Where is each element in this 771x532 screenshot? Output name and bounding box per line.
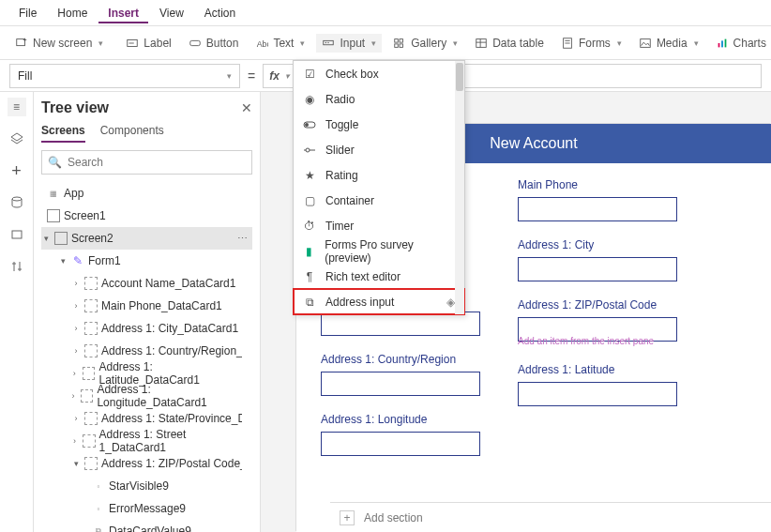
dropdown-item-address-input[interactable]: ⧉Address input◈ (294, 289, 464, 314)
add-section-bar[interactable]: + Add section (330, 502, 771, 532)
tree-item-datacard[interactable]: ›Address 1: Longitude_DataCard1 (41, 385, 252, 407)
input-icon (322, 37, 335, 50)
tree-item-datacard[interactable]: ›Address 1: State/Province_DataCard1 (41, 407, 252, 430)
dropdown-item-slider[interactable]: Slider (294, 137, 464, 162)
menu-home[interactable]: Home (48, 3, 97, 23)
charts-button[interactable]: Charts▾ (710, 34, 771, 53)
dropdown-item-rating[interactable]: ★Rating (294, 162, 464, 188)
text-input[interactable] (321, 372, 480, 396)
address-icon: ⧉ (303, 296, 316, 309)
tree-item-datacard[interactable]: ›Address 1: Country/Region_DataCard1 (41, 340, 252, 362)
tree-item-label: DataCardValue9 (109, 524, 191, 532)
dropdown-item-container[interactable]: ▢Container (294, 188, 464, 213)
field-label: Address 1: Longitude (321, 413, 480, 426)
text-button[interactable]: Abc Text▾ (249, 34, 310, 53)
dropdown-item-rich-text[interactable]: ¶Rich text editor (294, 264, 464, 289)
forms-button[interactable]: Forms▾ (555, 34, 627, 53)
svg-rect-5 (189, 40, 200, 45)
chevron-down-icon: ▾ (71, 459, 81, 468)
data-table-button[interactable]: Data table (469, 34, 550, 53)
new-screen-button[interactable]: New screen▾ (9, 34, 109, 53)
button-icon (189, 37, 202, 50)
add-section-label: Add section (364, 511, 423, 524)
button-button[interactable]: Button (183, 34, 245, 53)
chevron-right-icon: › (71, 279, 81, 288)
dropdown-item-timer[interactable]: ⏱Timer (294, 213, 464, 238)
rail-tools-icon[interactable] (8, 257, 26, 276)
rail-insert-icon[interactable]: + (8, 161, 26, 180)
rail-data-icon[interactable] (8, 193, 26, 212)
tree-item-datacard[interactable]: ›Account Name_DataCard1 (41, 272, 252, 295)
dropdown-item-label: Container (325, 194, 374, 207)
tree-item-control[interactable]: ▫ErrorMessage9 (41, 497, 252, 520)
tree-item-datacard[interactable]: ›Address 1: Street 1_DataCard1 (41, 430, 252, 452)
data-table-label: Data table (492, 37, 544, 50)
property-select[interactable]: Fill ▾ (9, 64, 240, 88)
menu-action[interactable]: Action (195, 3, 245, 23)
text-input[interactable] (518, 382, 677, 406)
dropdown-item-label: Toggle (325, 118, 358, 131)
label-button[interactable]: Label (120, 34, 176, 53)
tree-app-root[interactable]: ▦ App (41, 182, 252, 205)
insert-hint[interactable]: Add an item from the insert pane (518, 336, 677, 346)
dropdown-item-checkbox[interactable]: ☑Check box (294, 61, 464, 86)
radio-icon: ◉ (303, 93, 316, 106)
menu-file[interactable]: File (9, 3, 46, 23)
rail-media-icon[interactable] (8, 225, 26, 244)
dropdown-item-toggle[interactable]: Toggle (294, 112, 464, 137)
svg-marker-26 (11, 133, 23, 141)
input-button[interactable]: Input▾ (316, 34, 382, 53)
toggle-icon (303, 118, 316, 131)
tree-item-form1[interactable]: ▾ ✎ Form1 (41, 250, 252, 272)
rail-layers-icon[interactable] (8, 129, 26, 148)
input-label: Input (340, 37, 365, 50)
rich-text-icon: ¶ (303, 270, 316, 283)
text-input[interactable] (518, 257, 677, 281)
tree-item-datacard[interactable]: ▾Address 1: ZIP/Postal Code_DataCard1 (41, 452, 252, 475)
tree-item-screen2[interactable]: ▾ Screen2 ⋯ (41, 227, 252, 250)
dropdown-item-label: Check box (325, 68, 379, 81)
chevron-down-icon: ▾ (41, 234, 51, 243)
gallery-icon (393, 37, 406, 50)
container-icon: ▢ (303, 194, 316, 207)
scrollbar[interactable] (455, 61, 464, 314)
more-icon[interactable]: ⋯ (237, 233, 249, 245)
text-input[interactable] (321, 432, 480, 456)
svg-rect-22 (721, 40, 723, 47)
tree-item-label: StarVisible9 (109, 479, 169, 493)
forms-icon (561, 37, 574, 50)
field-label: Address 1: ZIP/Postal Code (518, 298, 677, 312)
text-input[interactable] (518, 197, 677, 221)
new-screen-label: New screen (33, 37, 92, 50)
star-icon: ★ (303, 169, 316, 182)
dropdown-item-radio[interactable]: ◉Radio (294, 86, 464, 112)
tree-item-datacard[interactable]: ›Main Phone_DataCard1 (41, 295, 252, 317)
rail-tree-view-icon[interactable]: ≡ (8, 98, 26, 116)
tree-item-label: Account Name_DataCard1 (101, 277, 235, 290)
close-icon[interactable]: ✕ (241, 100, 252, 115)
dropdown-item-label: Address input (325, 296, 394, 309)
dropdown-item-forms-pro[interactable]: ▮Forms Pro survey (preview) (294, 238, 464, 264)
search-input[interactable] (68, 156, 246, 169)
media-button[interactable]: Media▾ (633, 34, 704, 53)
tree-item-label: Form1 (88, 254, 121, 267)
gallery-button[interactable]: Gallery▾ (387, 34, 463, 53)
tree-item-screen1[interactable]: Screen1 (41, 205, 252, 227)
tree-item-datacard[interactable]: ›Address 1: Latitude_DataCard1 (41, 362, 252, 385)
tree-item-control[interactable]: ▫StarVisible9 (41, 475, 252, 497)
scrollbar-thumb[interactable] (456, 63, 463, 91)
property-name: Fill (18, 69, 32, 83)
form-field: Address 1: Latitude (518, 363, 677, 406)
field-label: Address 1: Latitude (518, 363, 677, 376)
tree-item-control[interactable]: ⧉DataCardValue9 (41, 520, 252, 532)
tab-components[interactable]: Components (100, 124, 164, 143)
search-icon: 🔍 (48, 156, 62, 169)
form-field: Address 1: Country/Region (321, 353, 480, 396)
menu-view[interactable]: View (150, 3, 193, 23)
chevron-down-icon: ▾ (227, 71, 232, 81)
tab-screens[interactable]: Screens (41, 124, 85, 143)
tree-item-datacard[interactable]: ›Address 1: City_DataCard1 (41, 317, 252, 340)
tree-search[interactable]: 🔍 (41, 150, 252, 175)
svg-point-32 (306, 148, 310, 152)
menu-insert[interactable]: Insert (98, 3, 148, 23)
